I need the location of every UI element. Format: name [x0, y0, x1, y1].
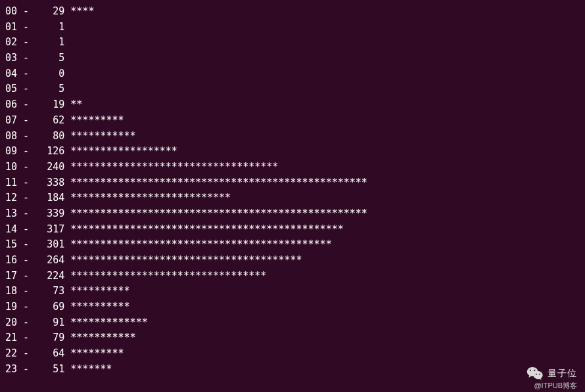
terminal-output: 00 - 29 ****01 - 1 02 - 1 03 - 5 04 - 0 …	[5, 4, 580, 378]
row-value: 184	[35, 190, 64, 206]
row-bar: ***********	[64, 332, 135, 343]
row-bar: *************	[64, 316, 147, 328]
histogram-row: 01 - 1	[5, 20, 580, 35]
row-index: 04	[5, 66, 17, 82]
row-bar: ****	[64, 5, 94, 17]
row-index: 02	[5, 35, 17, 51]
row-bar: ****************************************…	[64, 223, 343, 235]
row-value: 5	[35, 81, 64, 97]
row-bar: *********	[64, 114, 124, 126]
row-separator: -	[17, 347, 35, 359]
histogram-row: 03 - 5	[5, 51, 580, 66]
row-index: 20	[5, 315, 17, 331]
histogram-row: 11 - 338 *******************************…	[5, 175, 580, 191]
svg-point-5	[539, 374, 540, 375]
row-index: 05	[5, 81, 17, 97]
row-value: 62	[35, 113, 64, 129]
row-separator: -	[17, 223, 35, 235]
row-index: 09	[5, 144, 17, 160]
row-bar: ***********	[64, 130, 135, 142]
histogram-row: 21 - 79 ***********	[5, 330, 580, 346]
row-bar	[64, 52, 70, 64]
row-separator: -	[17, 5, 35, 17]
histogram-row: 23 - 51 *******	[5, 362, 580, 378]
row-value: 69	[35, 299, 64, 315]
row-separator: -	[17, 68, 35, 79]
wechat-icon	[526, 366, 544, 380]
row-bar: **********	[64, 285, 129, 297]
row-bar: ******************	[64, 145, 177, 157]
row-index: 15	[5, 237, 17, 253]
row-value: 91	[35, 315, 64, 331]
row-index: 03	[5, 51, 17, 66]
row-index: 23	[5, 362, 17, 378]
row-index: 01	[5, 20, 17, 35]
histogram-row: 10 - 240 *******************************…	[5, 160, 580, 175]
row-separator: -	[17, 254, 35, 266]
row-index: 18	[5, 284, 17, 299]
row-bar: *******	[64, 363, 112, 375]
histogram-row: 15 - 301 *******************************…	[5, 237, 580, 253]
row-bar: ****************************************…	[64, 177, 367, 188]
row-separator: -	[17, 301, 35, 313]
watermark-label: 量子位	[548, 366, 577, 380]
row-index: 07	[5, 113, 17, 129]
row-separator: -	[17, 238, 35, 250]
row-value: 1	[35, 35, 64, 51]
svg-point-4	[536, 374, 537, 375]
row-value: 240	[35, 160, 64, 175]
row-value: 5	[35, 51, 64, 66]
row-value: 79	[35, 330, 64, 346]
row-separator: -	[17, 285, 35, 297]
histogram-row: 08 - 80 ***********	[5, 129, 580, 144]
row-index: 22	[5, 346, 17, 362]
histogram-row: 00 - 29 ****	[5, 4, 580, 20]
row-value: 0	[35, 66, 64, 82]
row-value: 317	[35, 222, 64, 238]
row-value: 264	[35, 253, 64, 269]
row-bar: *********	[64, 347, 124, 359]
histogram-row: 20 - 91 *************	[5, 315, 580, 331]
row-value: 29	[35, 4, 64, 20]
row-bar	[64, 83, 70, 95]
row-bar: ****************************************…	[64, 238, 331, 250]
row-separator: -	[17, 83, 35, 95]
histogram-row: 12 - 184 ***************************	[5, 190, 580, 206]
row-value: 338	[35, 175, 64, 191]
row-bar: **	[64, 98, 82, 110]
row-separator: -	[17, 207, 35, 219]
row-index: 13	[5, 206, 17, 222]
row-value: 73	[35, 284, 64, 299]
row-separator: -	[17, 363, 35, 375]
row-index: 10	[5, 160, 17, 175]
histogram-row: 04 - 0	[5, 66, 580, 82]
row-value: 19	[35, 97, 64, 113]
row-separator: -	[17, 98, 35, 110]
row-value: 64	[35, 346, 64, 362]
watermark: 量子位	[526, 366, 577, 380]
histogram-row: 09 - 126 ******************	[5, 144, 580, 160]
row-value: 126	[35, 144, 64, 160]
histogram-row: 19 - 69 **********	[5, 299, 580, 315]
row-index: 16	[5, 253, 17, 269]
row-value: 80	[35, 129, 64, 144]
row-bar	[64, 68, 70, 79]
row-bar: ***************************************	[64, 254, 302, 266]
row-index: 12	[5, 190, 17, 206]
histogram-row: 06 - 19 **	[5, 97, 580, 113]
row-bar: **********	[64, 301, 129, 313]
svg-point-2	[534, 370, 535, 371]
row-index: 14	[5, 222, 17, 238]
histogram-row: 02 - 1	[5, 35, 580, 51]
row-value: 1	[35, 20, 64, 35]
row-separator: -	[17, 52, 35, 64]
row-index: 08	[5, 129, 17, 144]
row-separator: -	[17, 130, 35, 142]
svg-point-3	[533, 371, 542, 379]
row-separator: -	[17, 114, 35, 126]
row-separator: -	[17, 21, 35, 33]
row-separator: -	[17, 36, 35, 48]
histogram-row: 13 - 339 *******************************…	[5, 206, 580, 222]
row-bar: ***************************	[64, 192, 231, 204]
row-bar: ****************************************…	[64, 207, 367, 219]
